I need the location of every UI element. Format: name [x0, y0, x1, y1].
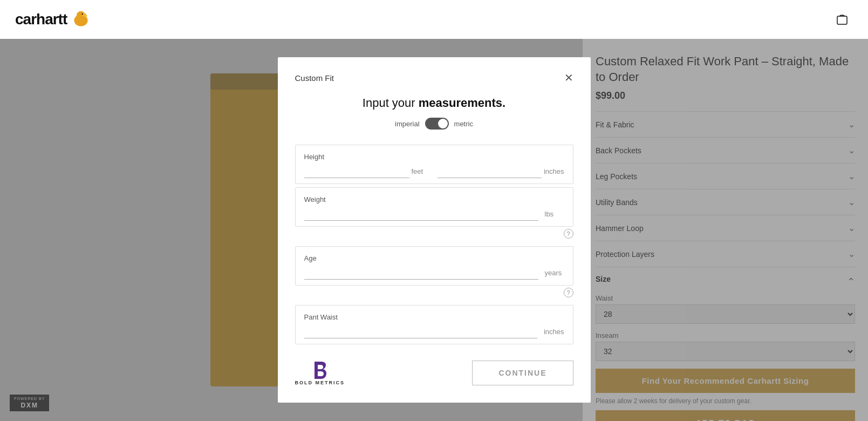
- top-navigation: carhartt: [0, 0, 868, 39]
- pant-waist-field-group: Pant Waist inches: [295, 305, 573, 344]
- toggle-knob: [438, 119, 448, 128]
- age-hint-icon[interactable]: ?: [564, 288, 573, 297]
- modal-overlay[interactable]: Custom Fit ✕ Input your measurements. im…: [0, 39, 868, 421]
- bold-metrics-logo: BOLD METRICS: [295, 361, 345, 385]
- modal-close-button[interactable]: ✕: [564, 72, 573, 83]
- height-inches-input[interactable]: [438, 164, 542, 178]
- height-inputs: feet inches: [304, 164, 564, 178]
- logo-text: carhartt: [15, 11, 67, 28]
- weight-unit: lbs: [545, 210, 564, 218]
- height-field-group: Height feet inches: [295, 145, 573, 184]
- height-feet-input[interactable]: [304, 164, 409, 178]
- weight-input[interactable]: [304, 207, 538, 221]
- height-inches-unit: inches: [544, 167, 564, 175]
- pant-waist-input[interactable]: [304, 324, 537, 338]
- unit-imperial-label: imperial: [395, 120, 420, 128]
- weight-field-box: Weight lbs: [295, 187, 573, 227]
- weight-inputs: lbs: [304, 207, 564, 221]
- height-field-box: Height feet inches: [295, 145, 573, 184]
- continue-button[interactable]: CONTINUE: [472, 361, 573, 385]
- modal-heading-plain: Input your: [363, 96, 419, 110]
- bold-metrics-icon: [311, 361, 329, 380]
- cart-icon: [835, 12, 850, 27]
- modal-footer: BOLD METRICS CONTINUE: [295, 348, 573, 385]
- logo-area: carhartt: [15, 10, 91, 29]
- pant-waist-inputs: inches: [304, 324, 564, 338]
- unit-toggle: imperial metric: [295, 118, 573, 130]
- pant-waist-field-box: Pant Waist inches: [295, 305, 573, 344]
- age-field-box: Age years: [295, 246, 573, 286]
- modal-heading-bold: measurements.: [419, 96, 505, 110]
- modal-title: Custom Fit: [295, 73, 334, 83]
- unit-metric-label: metric: [454, 120, 473, 128]
- height-feet-wrap: feet: [304, 164, 431, 178]
- age-input[interactable]: [304, 266, 538, 280]
- age-inputs: years: [304, 266, 564, 280]
- modal-header: Custom Fit ✕: [295, 72, 573, 83]
- pant-waist-label: Pant Waist: [304, 313, 564, 321]
- svg-rect-4: [837, 16, 847, 24]
- age-unit: years: [545, 269, 564, 277]
- carhartt-duck-logo: [71, 10, 91, 29]
- age-label: Age: [304, 254, 564, 262]
- unit-toggle-switch[interactable]: [425, 118, 449, 130]
- weight-label: Weight: [304, 195, 564, 203]
- bold-metrics-text: BOLD METRICS: [295, 380, 345, 385]
- custom-fit-modal: Custom Fit ✕ Input your measurements. im…: [278, 57, 591, 403]
- weight-hint: ?: [295, 229, 573, 239]
- height-inches-wrap: inches: [438, 164, 564, 178]
- age-field-group: Age years ?: [295, 246, 573, 302]
- weight-field-group: Weight lbs ?: [295, 187, 573, 243]
- weight-hint-icon[interactable]: ?: [564, 229, 573, 239]
- age-hint: ?: [295, 288, 573, 297]
- height-feet-unit: feet: [412, 167, 431, 175]
- cart-button[interactable]: [831, 9, 853, 30]
- pant-waist-unit: inches: [544, 328, 564, 336]
- main-layout: Custom Relaxed Fit Work Pant – Straight,…: [0, 39, 868, 421]
- modal-heading: Input your measurements.: [295, 96, 573, 110]
- svg-point-3: [82, 13, 84, 15]
- height-label: Height: [304, 153, 564, 161]
